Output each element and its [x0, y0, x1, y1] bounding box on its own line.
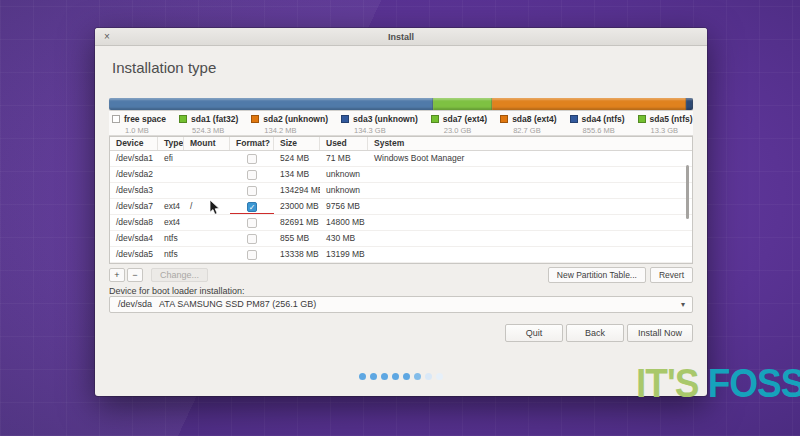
legend-item: sda4 (ntfs) 855.6 MB: [570, 114, 625, 135]
cell-format: [230, 151, 274, 166]
cell-device: /dev/sda5: [110, 247, 158, 262]
cell-size: 134294 MB: [274, 183, 320, 198]
cell-size: 82691 MB: [274, 215, 320, 230]
window-title: Install: [95, 28, 707, 46]
remove-partition-button[interactable]: −: [127, 268, 143, 282]
column-header[interactable]: Used: [320, 137, 368, 150]
column-header[interactable]: Size: [274, 137, 320, 150]
partition-color-swatch: [570, 115, 578, 123]
step-dot: [425, 373, 432, 380]
partition-legend: free space 1.0 MB sda1 (fat32) 524.3 MB …: [109, 111, 693, 136]
legend-item: free space 1.0 MB: [112, 114, 166, 135]
legend-item-label: sda1 (fat32): [191, 114, 238, 124]
cell-device: /dev/sda4: [110, 231, 158, 246]
cell-mount-point: /: [184, 199, 230, 214]
partition-color-swatch: [251, 115, 259, 123]
step-dots: [95, 373, 707, 380]
legend-item: sda3 (unknown) 134.3 GB: [341, 114, 418, 135]
cell-format: [230, 167, 274, 182]
quit-button[interactable]: Quit: [505, 324, 563, 342]
legend-item-size: 855.6 MB: [583, 126, 625, 135]
legend-item-label: sda8 (ext4): [512, 114, 556, 124]
legend-item: sda7 (ext4) 23.0 GB: [431, 114, 487, 135]
partition-table: Device Type Mount point Format? Size Use…: [109, 136, 693, 264]
cell-used: 13199 MB: [320, 247, 368, 262]
new-partition-table-button[interactable]: New Partition Table...: [548, 267, 646, 283]
partition-bar-segment: [686, 98, 693, 110]
format-checkbox[interactable]: [247, 186, 257, 196]
legend-item-label: free space: [124, 114, 166, 124]
legend-item-label: sda5 (ntfs): [650, 114, 693, 124]
cell-used: 430 MB: [320, 231, 368, 246]
legend-item-label: sda2 (unknown): [263, 114, 328, 124]
cell-used: unknown: [320, 183, 368, 198]
column-header[interactable]: Type: [158, 137, 184, 150]
cell-size: 13338 MB: [274, 247, 320, 262]
format-checkbox[interactable]: [247, 234, 257, 244]
cell-type: ntfs: [158, 247, 184, 262]
partition-toolbar: + − Change... New Partition Table... Rev…: [109, 267, 693, 283]
titlebar: × Install: [95, 28, 707, 46]
table-row[interactable]: /dev/sda5 ntfs 13338 MB 13199 MB: [110, 247, 692, 263]
cell-format: ✓: [230, 199, 274, 214]
cell-used: 9756 MB: [320, 199, 368, 214]
format-checkbox[interactable]: [247, 250, 257, 260]
format-checkbox[interactable]: [247, 170, 257, 180]
column-header[interactable]: Device: [110, 137, 158, 150]
cell-type: [158, 183, 184, 198]
legend-item-label: sda3 (unknown): [353, 114, 418, 124]
column-header[interactable]: System: [368, 137, 692, 150]
legend-item-size: 82.7 GB: [513, 126, 556, 135]
cell-used: unknown: [320, 167, 368, 182]
cell-type: efi: [158, 151, 184, 166]
table-row[interactable]: /dev/sda1 efi 524 MB 71 MB Windows Boot …: [110, 151, 692, 167]
revert-button[interactable]: Revert: [650, 267, 693, 283]
partition-bar-segment: [433, 98, 491, 110]
its-foss-watermark: IT'S FOSS: [636, 360, 800, 407]
cell-type: [158, 167, 184, 182]
cell-mount-point: [184, 215, 230, 230]
cell-type: ext4: [158, 199, 184, 214]
table-row[interactable]: /dev/sda2 134 MB unknown: [110, 167, 692, 183]
cell-format: [230, 183, 274, 198]
bootloader-device-select[interactable]: /dev/sda ATA SAMSUNG SSD PM87 (256.1 GB)…: [109, 296, 693, 313]
format-checkbox[interactable]: [247, 218, 257, 228]
column-header[interactable]: Mount point: [184, 137, 230, 150]
format-checkbox[interactable]: [247, 154, 257, 164]
step-dot: [392, 373, 399, 380]
table-row[interactable]: /dev/sda4 ntfs 855 MB 430 MB: [110, 231, 692, 247]
chevron-down-icon: ▾: [681, 297, 685, 312]
page-title: Installation type: [112, 59, 216, 76]
partition-bar-segment: [492, 98, 686, 110]
back-button[interactable]: Back: [566, 324, 624, 342]
format-checkbox[interactable]: ✓: [247, 202, 257, 212]
table-row[interactable]: /dev/sda3 134294 MB unknown: [110, 183, 692, 199]
legend-item: sda2 (unknown) 134.2 MB: [251, 114, 328, 135]
legend-item: sda5 (ntfs) 13.3 GB: [638, 114, 693, 135]
column-header[interactable]: Format?: [230, 137, 274, 150]
legend-item: sda1 (fat32) 524.3 MB: [179, 114, 238, 135]
install-now-button[interactable]: Install Now: [627, 324, 693, 342]
step-dot: [359, 373, 366, 380]
legend-item-size: 1.0 MB: [125, 126, 166, 135]
partition-color-swatch: [112, 115, 120, 123]
legend-item-size: 13.3 GB: [651, 126, 693, 135]
cell-format: [230, 215, 274, 230]
cell-format: [230, 231, 274, 246]
change-partition-button[interactable]: Change...: [151, 268, 208, 282]
cell-size: 524 MB: [274, 151, 320, 166]
watermark-foss: FOSS: [698, 360, 800, 406]
partition-color-swatch: [500, 115, 508, 123]
table-row[interactable]: /dev/sda7 ext4 / ✓ 23000 MB 9756 MB: [110, 199, 692, 215]
table-body: /dev/sda1 efi 524 MB 71 MB Windows Boot …: [110, 151, 692, 263]
legend-item-label: sda7 (ext4): [443, 114, 487, 124]
table-header: Device Type Mount point Format? Size Use…: [110, 137, 692, 151]
cell-used: 71 MB: [320, 151, 368, 166]
table-row[interactable]: /dev/sda8 ext4 82691 MB 14800 MB: [110, 215, 692, 231]
legend-item-label: sda4 (ntfs): [582, 114, 625, 124]
action-buttons: Quit Back Install Now: [505, 324, 693, 342]
legend-item: sda8 (ext4) 82.7 GB: [500, 114, 556, 135]
table-scrollbar[interactable]: [686, 165, 689, 219]
cell-system: [368, 231, 692, 246]
add-partition-button[interactable]: +: [109, 268, 125, 282]
